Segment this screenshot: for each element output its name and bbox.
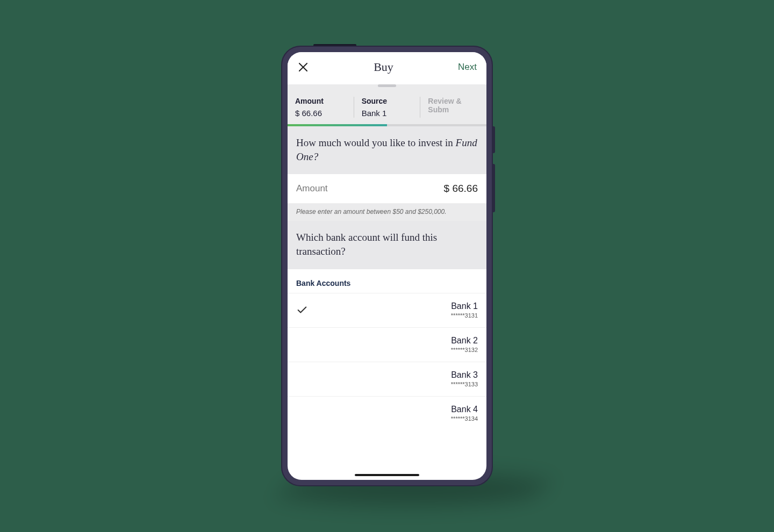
amount-input-row[interactable]: Amount $ 66.66 bbox=[288, 174, 486, 204]
next-button[interactable]: Next bbox=[458, 62, 477, 73]
bank-item[interactable]: Bank 1 ******3131 bbox=[288, 293, 486, 327]
bank-info: Bank 1 ******3131 bbox=[451, 301, 478, 319]
bank-account-number: ******3133 bbox=[451, 381, 478, 387]
nav-bar: Buy Next bbox=[288, 52, 486, 82]
bank-item[interactable]: Bank 2 ******3132 bbox=[288, 327, 486, 362]
amount-value: $ 66.66 bbox=[444, 183, 478, 195]
steps-panel: Amount $ 66.66 Source Bank 1 Review & Su… bbox=[288, 84, 486, 126]
phone-side-button bbox=[493, 164, 495, 212]
step-label: Source bbox=[362, 97, 413, 105]
bank-account-number: ******3131 bbox=[451, 312, 478, 319]
bank-info: Bank 3 ******3133 bbox=[451, 370, 478, 387]
bank-info: Bank 4 ******3134 bbox=[451, 405, 478, 422]
check-icon bbox=[296, 304, 308, 316]
steps-row: Amount $ 66.66 Source Bank 1 Review & Su… bbox=[288, 91, 486, 124]
bank-account-number: ******3134 bbox=[451, 415, 478, 422]
phone-frame: Buy Next Amount $ 66.66 Source Bank 1 Re… bbox=[281, 46, 493, 486]
question-prefix: How much would you like to invest in bbox=[296, 137, 456, 148]
drag-handle-icon[interactable] bbox=[378, 84, 396, 87]
page-title: Buy bbox=[374, 60, 393, 74]
close-icon[interactable] bbox=[297, 61, 309, 73]
bank-name: Bank 2 bbox=[451, 336, 478, 346]
bank-name: Bank 4 bbox=[451, 405, 478, 414]
amount-hint: Please enter an amount between $50 and $… bbox=[288, 204, 486, 221]
bank-item[interactable]: Bank 3 ******3133 bbox=[288, 362, 486, 396]
step-value: $ 66.66 bbox=[295, 109, 346, 118]
bank-list: Bank 1 ******3131 Bank 2 ******3132 Bank… bbox=[288, 293, 486, 430]
bank-name: Bank 1 bbox=[451, 301, 478, 311]
step-label: Amount bbox=[295, 97, 346, 105]
question-text: Which bank account will fund this transa… bbox=[296, 232, 437, 257]
content: Amount $ 66.66 Source Bank 1 Review & Su… bbox=[288, 82, 486, 480]
bank-info: Bank 2 ******3132 bbox=[451, 336, 478, 353]
screen: Buy Next Amount $ 66.66 Source Bank 1 Re… bbox=[288, 52, 486, 480]
step-label: Review & Subm bbox=[428, 97, 479, 114]
step-source[interactable]: Source Bank 1 bbox=[354, 97, 420, 118]
step-review[interactable]: Review & Subm bbox=[420, 97, 486, 118]
question-bank: Which bank account will fund this transa… bbox=[288, 221, 486, 269]
check-icon-placeholder bbox=[296, 339, 308, 350]
step-value: Bank 1 bbox=[362, 109, 413, 118]
check-icon-placeholder bbox=[296, 407, 308, 419]
question-text: How much would you like to invest in Fun… bbox=[296, 137, 477, 162]
phone-side-button bbox=[493, 126, 495, 153]
step-amount[interactable]: Amount $ 66.66 bbox=[288, 97, 354, 118]
bank-name: Bank 3 bbox=[451, 370, 478, 380]
home-indicator[interactable] bbox=[355, 474, 419, 476]
check-icon-placeholder bbox=[296, 373, 308, 385]
bank-account-number: ******3132 bbox=[451, 347, 478, 353]
bank-accounts-heading: Bank Accounts bbox=[288, 269, 486, 293]
amount-label: Amount bbox=[296, 183, 328, 194]
question-amount: How much would you like to invest in Fun… bbox=[288, 126, 486, 174]
progress-fill bbox=[288, 124, 387, 126]
bank-item[interactable]: Bank 4 ******3134 bbox=[288, 396, 486, 430]
